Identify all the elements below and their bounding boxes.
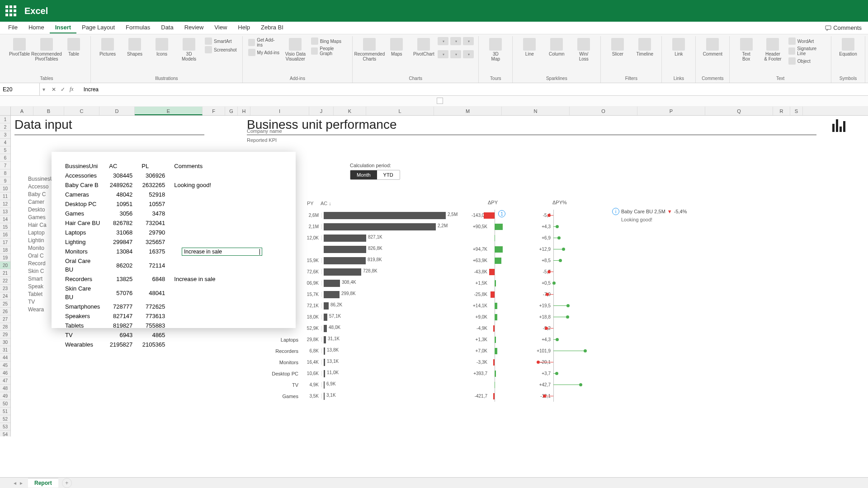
row-header-30[interactable]: 30 xyxy=(0,338,10,346)
row-header-51[interactable]: 51 xyxy=(0,408,10,415)
col-header-K[interactable]: K xyxy=(334,107,366,115)
col-header-F[interactable]: F xyxy=(203,107,225,115)
row-header-50[interactable]: 50 xyxy=(0,400,10,408)
col-header-B[interactable]: B xyxy=(33,107,64,115)
chart-type-icon[interactable] xyxy=(450,37,461,45)
ribbon-line[interactable]: Line xyxy=(516,37,542,62)
grid[interactable]: Data input Business unit performance Com… xyxy=(11,116,868,436)
chart-type-icon[interactable] xyxy=(463,37,474,45)
row-header-44[interactable]: 44 xyxy=(0,354,10,361)
ribbon-signature-line[interactable]: Signature Line xyxy=(787,46,827,56)
row-header-9[interactable]: 9 xyxy=(0,177,10,185)
row-header-20[interactable]: 20 xyxy=(0,262,10,269)
row-header-47[interactable]: 47 xyxy=(0,377,10,385)
row-header-14[interactable]: 14 xyxy=(0,216,10,223)
row-header-3[interactable]: 3 xyxy=(0,131,10,139)
ribbon-pivottable[interactable]: PivotTable xyxy=(6,37,33,62)
col-header-J[interactable]: J xyxy=(309,107,334,115)
cancel-formula-icon[interactable]: ✕ xyxy=(52,86,56,93)
ribbon-3d-map[interactable]: 3DMap xyxy=(482,37,509,62)
row-header-46[interactable]: 46 xyxy=(0,369,10,377)
pane-toggle-icon[interactable] xyxy=(437,98,443,104)
row-header-24[interactable]: 24 xyxy=(0,292,10,300)
menu-data[interactable]: Data xyxy=(156,22,179,33)
col-header-D[interactable]: D xyxy=(99,107,135,115)
menu-file[interactable]: File xyxy=(3,22,23,33)
name-box-dropdown-icon[interactable]: ▾ xyxy=(40,86,48,93)
chart-type-icon[interactable] xyxy=(438,50,448,58)
row-header-27[interactable]: 27 xyxy=(0,315,10,323)
row-header-1[interactable]: 1 xyxy=(0,116,10,123)
comments-button[interactable]: Comments xyxy=(825,24,862,31)
ribbon-wordart[interactable]: WordArt xyxy=(787,37,827,45)
tab-prev-icon[interactable]: ◂ xyxy=(14,480,16,486)
ribbon-icons[interactable]: Icons xyxy=(149,37,175,62)
fx-icon[interactable]: fx xyxy=(70,86,76,93)
ribbon-visio-data-visualizer[interactable]: Visio DataVisualizer xyxy=(283,37,308,62)
row-header-52[interactable]: 52 xyxy=(0,415,10,423)
col-header-M[interactable]: M xyxy=(434,107,502,115)
ribbon-people-graph[interactable]: People Graph xyxy=(309,46,349,56)
row-header-6[interactable]: 6 xyxy=(0,154,10,162)
ribbon-maps[interactable]: Maps xyxy=(383,37,410,62)
row-header-8[interactable]: 8 xyxy=(0,169,10,177)
chart-type-icon[interactable] xyxy=(450,50,461,58)
menu-review[interactable]: Review xyxy=(179,22,209,33)
row-header-19[interactable]: 19 xyxy=(0,254,10,262)
ribbon-table[interactable]: Table xyxy=(61,37,87,62)
name-box[interactable]: E20 xyxy=(0,83,40,95)
row-header-49[interactable]: 49 xyxy=(0,392,10,400)
row-header-53[interactable]: 53 xyxy=(0,423,10,431)
menu-insert[interactable]: Insert xyxy=(50,22,76,33)
ribbon-smartart[interactable]: SmartArt xyxy=(203,37,239,45)
ribbon-equation[interactable]: Equation xyxy=(835,37,861,57)
worksheet[interactable]: ABCDEFGHIJKLMNOPQRS 12345678910111213141… xyxy=(0,107,868,436)
col-header-O[interactable]: O xyxy=(570,107,637,115)
ribbon-object[interactable]: Object xyxy=(787,57,827,65)
row-header-26[interactable]: 26 xyxy=(0,308,10,315)
menu-home[interactable]: Home xyxy=(23,22,50,33)
ribbon-pivotchart[interactable]: PivotChart xyxy=(410,37,437,62)
row-header-31[interactable]: 31 xyxy=(0,346,10,354)
calc-period-month[interactable]: Month xyxy=(350,170,377,179)
row-header-17[interactable]: 17 xyxy=(0,239,10,246)
app-launcher-icon[interactable] xyxy=(5,5,16,16)
row-header-54[interactable]: 54 xyxy=(0,431,10,436)
menu-view[interactable]: View xyxy=(209,22,232,33)
ribbon-3d-models[interactable]: 3DModels xyxy=(176,37,202,62)
row-header-18[interactable]: 18 xyxy=(0,246,10,254)
col-header-E[interactable]: E xyxy=(135,107,203,115)
col-header-S[interactable]: S xyxy=(790,107,803,115)
ribbon-my-add-ins[interactable]: My Add-ins xyxy=(246,48,282,56)
chart-type-icon[interactable] xyxy=(463,50,474,58)
ribbon-get-add-ins[interactable]: Get Add-ins xyxy=(246,37,282,48)
row-header-25[interactable]: 25 xyxy=(0,300,10,308)
row-header-7[interactable]: 7 xyxy=(0,162,10,169)
chart-row-badge[interactable]: 1 xyxy=(498,210,505,217)
row-header-16[interactable]: 16 xyxy=(0,231,10,239)
col-header-A[interactable]: A xyxy=(11,107,33,115)
ribbon-win-loss[interactable]: Win/Loss xyxy=(571,37,597,62)
ribbon-bing-maps[interactable]: Bing Maps xyxy=(309,37,349,45)
row-header-12[interactable]: 12 xyxy=(0,200,10,208)
row-header-5[interactable]: 5 xyxy=(0,146,10,154)
row-header-2[interactable]: 2 xyxy=(0,123,10,131)
ribbon-column[interactable]: Column xyxy=(543,37,570,62)
col-header-H[interactable]: H xyxy=(238,107,250,115)
row-header-21[interactable]: 21 xyxy=(0,269,10,277)
ribbon-text-box[interactable]: TextBox xyxy=(733,37,759,65)
menu-zebra-bi[interactable]: Zebra BI xyxy=(255,22,289,33)
calc-period-toggle[interactable]: MonthYTD xyxy=(350,170,400,180)
ribbon-recommended-charts[interactable]: RecommendedCharts xyxy=(356,37,382,62)
ribbon-slicer[interactable]: Slicer xyxy=(604,37,631,57)
col-header-I[interactable]: I xyxy=(250,107,309,115)
row-header-10[interactable]: 10 xyxy=(0,185,10,192)
row-header-23[interactable]: 23 xyxy=(0,285,10,292)
ribbon-shapes[interactable]: Shapes xyxy=(122,37,148,62)
ribbon-header-&-footer[interactable]: Header& Footer xyxy=(760,37,786,65)
row-header-22[interactable]: 22 xyxy=(0,277,10,285)
row-header-45[interactable]: 45 xyxy=(0,361,10,369)
col-header-L[interactable]: L xyxy=(366,107,434,115)
add-sheet-button[interactable]: + xyxy=(62,478,72,488)
row-header-15[interactable]: 15 xyxy=(0,223,10,231)
